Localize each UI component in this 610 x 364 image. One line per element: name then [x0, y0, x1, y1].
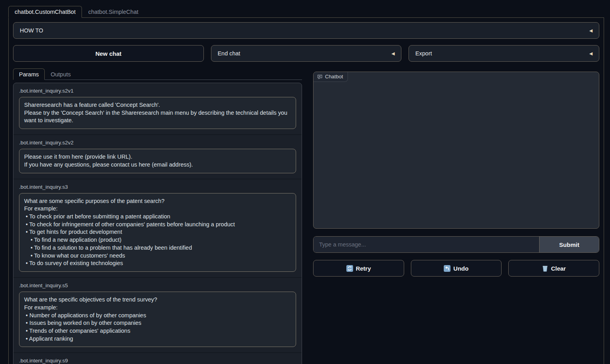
chat-column: Chatbot Submit	[313, 68, 599, 364]
field-block: .bot.intent_inquiry.s9	[13, 353, 302, 364]
speech-bubble-icon	[317, 74, 323, 80]
retry-button[interactable]: Retry	[313, 260, 404, 277]
trash-icon	[542, 265, 548, 272]
export-accordion[interactable]: Export ◀	[409, 45, 599, 62]
clear-label: Clear	[551, 265, 566, 272]
field-label: .bot.intent_inquiry.s3	[19, 184, 296, 190]
tab-params[interactable]: Params	[13, 68, 45, 80]
tab-chatbot-simplechat[interactable]: chatbot.SimpleChat	[82, 6, 145, 18]
params-group: .bot.intent_inquiry.s2v1 Shareresearch h…	[13, 83, 302, 364]
chatbot-label: Chatbot	[325, 74, 343, 80]
field-block: .bot.intent_inquiry.s2v1 Shareresearch h…	[13, 83, 302, 135]
chatbot-panel: Chatbot	[313, 72, 599, 229]
chat-actions-row: Retry Undo	[313, 260, 599, 277]
chatbot-label-tag: Chatbot	[314, 72, 348, 82]
export-label: Export	[415, 50, 432, 57]
field-textarea-s3[interactable]: What are some specific purposes of the p…	[19, 193, 296, 272]
tab-chatbot-customchatbot[interactable]: chatbot.CustomChatBot	[8, 6, 82, 18]
submit-label: Submit	[559, 241, 580, 248]
end-chat-label: End chat	[218, 50, 240, 57]
submit-button[interactable]: Submit	[539, 237, 599, 252]
tab-label: Outputs	[51, 71, 71, 78]
main-columns: Params Outputs .bot.intent_inquiry.s2v1 …	[13, 68, 599, 364]
field-block: .bot.intent_inquiry.s2v2 Please use it f…	[13, 135, 302, 178]
tab-label: chatbot.CustomChatBot	[15, 9, 76, 15]
field-label: .bot.intent_inquiry.s2v2	[19, 140, 296, 146]
tab-label: Params	[19, 71, 39, 78]
howto-accordion[interactable]: HOW TO ◀	[13, 22, 599, 39]
main-tabbar: chatbot.CustomChatBot chatbot.SimpleChat	[0, 0, 610, 17]
app-window: chatbot.CustomChatBot chatbot.SimpleChat…	[0, 0, 610, 364]
retry-label: Retry	[356, 265, 371, 272]
undo-icon	[444, 265, 450, 272]
new-chat-button[interactable]: New chat	[13, 45, 204, 62]
end-chat-accordion[interactable]: End chat ◀	[211, 45, 402, 62]
field-label: .bot.intent_inquiry.s5	[19, 282, 296, 288]
undo-label: Undo	[453, 265, 468, 272]
field-block: .bot.intent_inquiry.s5 What are the spec…	[13, 277, 302, 353]
undo-button[interactable]: Undo	[411, 260, 502, 277]
field-label: .bot.intent_inquiry.s2v1	[19, 88, 296, 94]
left-panel: Params Outputs .bot.intent_inquiry.s2v1 …	[13, 68, 302, 364]
field-label: .bot.intent_inquiry.s9	[19, 358, 296, 364]
field-textarea-s2v2[interactable]: Please use it from here (provide link UR…	[19, 149, 296, 173]
retry-icon	[346, 265, 353, 272]
tab-label: chatbot.SimpleChat	[88, 9, 139, 15]
actions-row: New chat End chat ◀ Export ◀	[13, 45, 599, 62]
message-input-row: Submit	[313, 236, 599, 253]
new-chat-label: New chat	[95, 50, 122, 57]
message-input[interactable]	[314, 237, 539, 252]
field-block: .bot.intent_inquiry.s3 What are some spe…	[13, 179, 302, 277]
tab-outputs[interactable]: Outputs	[45, 68, 77, 80]
left-panel-tabbar: Params Outputs	[13, 68, 302, 80]
howto-label: HOW TO	[20, 27, 43, 34]
clear-button[interactable]: Clear	[508, 260, 599, 277]
field-textarea-s5[interactable]: What are the specific objectives of the …	[19, 292, 296, 347]
field-textarea-s2v1[interactable]: Shareresearch has a feature called 'Conc…	[19, 97, 296, 129]
tab-content: HOW TO ◀ New chat End chat ◀ Export ◀	[8, 17, 604, 364]
